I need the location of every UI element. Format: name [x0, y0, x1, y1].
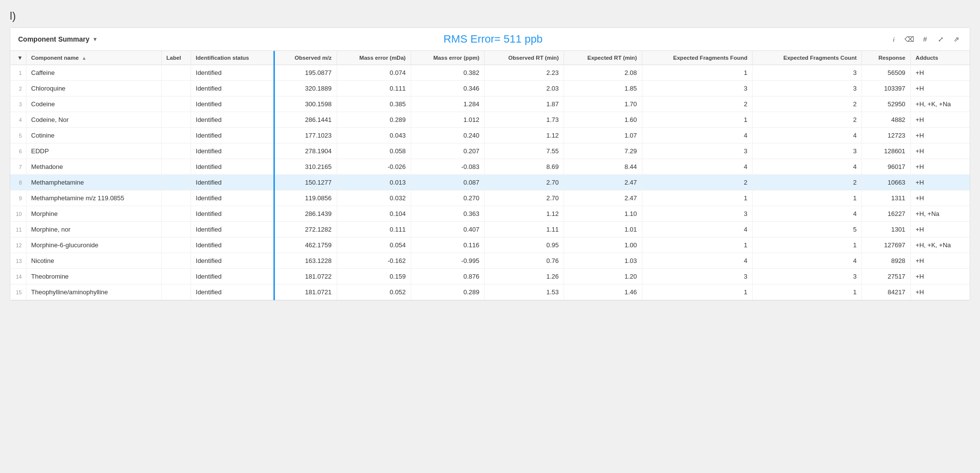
cell-label: [161, 206, 191, 222]
share-icon[interactable]: ⌫: [904, 34, 915, 45]
table-row[interactable]: 15Theophylline/aminophyllineIdentified18…: [10, 284, 970, 300]
table-row[interactable]: 7MethadoneIdentified310.2165-0.026-0.083…: [10, 159, 970, 175]
col-header-exp-frags-count[interactable]: Expected Fragments Count: [753, 51, 862, 65]
cell-adducts: +H: [910, 159, 970, 175]
cell-observed-rt: 1.12: [485, 128, 564, 143]
cell-adducts: +H, +K, +Na: [910, 237, 970, 253]
cell-mass-error-ppm: 0.382: [411, 65, 484, 81]
cell-mass-error-mda: 0.159: [337, 269, 411, 284]
cell-exp-frags-found: 4: [642, 222, 753, 237]
cell-exp-frags-found: 4: [642, 253, 753, 269]
cell-observed-rt: 2.23: [485, 65, 564, 81]
cell-response: 12723: [862, 128, 910, 143]
table-row[interactable]: 4Codeine, NorIdentified286.14410.2891.01…: [10, 112, 970, 128]
cell-status: Identified: [191, 128, 274, 143]
cell-exp-frags-found: 3: [642, 206, 753, 222]
col-header-adducts[interactable]: Adducts: [910, 51, 970, 65]
cell-response: 4882: [862, 112, 910, 128]
cell-exp-frags-count: 1: [753, 190, 862, 206]
cell-name: Chloroquine: [26, 81, 161, 96]
cell-num: 9: [10, 190, 26, 206]
cell-observed-mz: 181.0721: [274, 284, 337, 300]
table-row[interactable]: 2ChloroquineIdentified320.18890.1110.346…: [10, 81, 970, 96]
expand-icon[interactable]: ⤢: [935, 34, 946, 45]
table-row[interactable]: 5CotinineIdentified177.10230.0430.2401.1…: [10, 128, 970, 143]
cell-status: Identified: [191, 81, 274, 96]
cell-exp-frags-count: 2: [753, 175, 862, 190]
cell-adducts: +H: [910, 190, 970, 206]
table-container: ▼ Component name ▲ Label Identification …: [10, 51, 970, 300]
hash-icon[interactable]: #: [920, 34, 931, 45]
cell-exp-frags-count: 1: [753, 237, 862, 253]
cell-name: Nicotine: [26, 253, 161, 269]
cell-observed-rt: 1.12: [485, 206, 564, 222]
cell-response: 103397: [862, 81, 910, 96]
table-row[interactable]: 14TheobromineIdentified181.07220.1590.87…: [10, 269, 970, 284]
info-icon[interactable]: 𝑖: [888, 34, 899, 45]
cell-num: 15: [10, 284, 26, 300]
cell-status: Identified: [191, 112, 274, 128]
col-header-observed-rt[interactable]: Observed RT (min): [485, 51, 564, 65]
col-header-observed-mz[interactable]: Observed m/z: [274, 51, 337, 65]
cell-label: [161, 190, 191, 206]
cell-expected-rt: 1.01: [564, 222, 642, 237]
col-header-response[interactable]: Response: [862, 51, 910, 65]
cell-mass-error-mda: 0.052: [337, 284, 411, 300]
cell-status: Identified: [191, 190, 274, 206]
cell-observed-mz: 181.0722: [274, 269, 337, 284]
cell-adducts: +H: [910, 175, 970, 190]
table-row[interactable]: 10MorphineIdentified286.14390.1040.3631.…: [10, 206, 970, 222]
panel-title-button[interactable]: Component Summary ▼: [18, 35, 98, 43]
table-row[interactable]: 9Methamphetamine m/z 119.0855Identified1…: [10, 190, 970, 206]
cell-expected-rt: 1.10: [564, 206, 642, 222]
cell-status: Identified: [191, 269, 274, 284]
cell-name: EDDP: [26, 143, 161, 159]
cell-observed-rt: 7.55: [485, 143, 564, 159]
export-icon[interactable]: ⇗: [951, 34, 962, 45]
cell-name: Theobromine: [26, 269, 161, 284]
cell-observed-rt: 1.73: [485, 112, 564, 128]
cell-mass-error-mda: 0.289: [337, 112, 411, 128]
cell-mass-error-ppm: 0.207: [411, 143, 484, 159]
cell-response: 1301: [862, 222, 910, 237]
table-row[interactable]: 11Morphine, norIdentified272.12820.1110.…: [10, 222, 970, 237]
table-row[interactable]: 1CaffeineIdentified195.08770.0740.3822.2…: [10, 65, 970, 81]
cell-label: [161, 128, 191, 143]
col-header-label[interactable]: Label: [161, 51, 191, 65]
col-header-expected-rt[interactable]: Expected RT (min): [564, 51, 642, 65]
table-row[interactable]: 13NicotineIdentified163.1228-0.162-0.995…: [10, 253, 970, 269]
col-header-num[interactable]: ▼: [10, 51, 26, 65]
col-header-exp-frags-found[interactable]: Expected Fragments Found: [642, 51, 753, 65]
table-row[interactable]: 6EDDPIdentified278.19040.0580.2077.557.2…: [10, 143, 970, 159]
cell-mass-error-mda: 0.111: [337, 222, 411, 237]
col-header-mass-error-mda[interactable]: Mass error (mDa): [337, 51, 411, 65]
cell-name: Morphine-6-glucuronide: [26, 237, 161, 253]
cell-exp-frags-found: 3: [642, 81, 753, 96]
cell-mass-error-mda: 0.111: [337, 81, 411, 96]
table-row[interactable]: 12Morphine-6-glucuronideIdentified462.17…: [10, 237, 970, 253]
cell-observed-mz: 163.1228: [274, 253, 337, 269]
cell-status: Identified: [191, 96, 274, 112]
cell-num: 4: [10, 112, 26, 128]
cell-adducts: +H: [910, 128, 970, 143]
table-row[interactable]: 8MethamphetamineIdentified150.12770.0130…: [10, 175, 970, 190]
cell-response: 84217: [862, 284, 910, 300]
cell-mass-error-mda: 0.054: [337, 237, 411, 253]
cell-mass-error-ppm: 0.407: [411, 222, 484, 237]
cell-expected-rt: 2.47: [564, 190, 642, 206]
cell-num: 3: [10, 96, 26, 112]
cell-response: 96017: [862, 159, 910, 175]
table-row[interactable]: 3CodeineIdentified300.15980.3851.2841.87…: [10, 96, 970, 112]
col-header-status[interactable]: Identification status: [191, 51, 274, 65]
cell-mass-error-ppm: -0.083: [411, 159, 484, 175]
col-header-mass-error-ppm[interactable]: Mass error (ppm): [411, 51, 484, 65]
cell-mass-error-ppm: 0.876: [411, 269, 484, 284]
cell-status: Identified: [191, 65, 274, 81]
cell-exp-frags-found: 2: [642, 175, 753, 190]
col-header-name[interactable]: Component name ▲: [26, 51, 161, 65]
cell-mass-error-ppm: 0.116: [411, 237, 484, 253]
page-label: l): [10, 10, 970, 23]
cell-name: Caffeine: [26, 65, 161, 81]
cell-observed-rt: 1.53: [485, 284, 564, 300]
cell-label: [161, 237, 191, 253]
